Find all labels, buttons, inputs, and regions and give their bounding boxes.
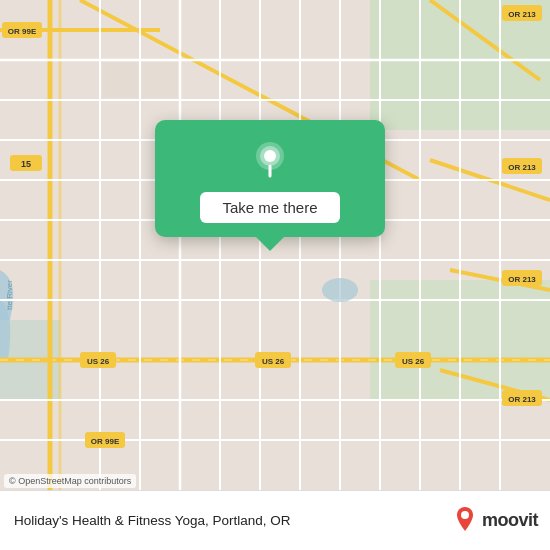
location-label: Holiday's Health & Fitness Yoga, Portlan… <box>14 513 290 528</box>
moovit-logo-text: moovit <box>482 510 538 531</box>
bottom-bar: Holiday's Health & Fitness Yoga, Portlan… <box>0 490 550 550</box>
svg-text:OR 99E: OR 99E <box>91 437 120 446</box>
svg-text:US 26: US 26 <box>402 357 425 366</box>
svg-text:OR 99E: OR 99E <box>8 27 37 36</box>
svg-rect-38 <box>142 62 178 98</box>
moovit-logo: moovit <box>454 507 538 535</box>
map-container: OR 99E OR 213 OR 213 OR 213 OR 213 15 US… <box>0 0 550 490</box>
svg-point-60 <box>322 278 358 302</box>
location-pin-icon <box>248 138 292 182</box>
svg-text:OR 213: OR 213 <box>508 163 536 172</box>
svg-text:US 26: US 26 <box>262 357 285 366</box>
svg-point-64 <box>461 511 469 519</box>
svg-text:OR 213: OR 213 <box>508 275 536 284</box>
svg-text:tte River: tte River <box>5 280 14 310</box>
popup-card: Take me there <box>155 120 385 237</box>
svg-rect-37 <box>102 62 138 98</box>
take-me-there-button[interactable]: Take me there <box>200 192 339 223</box>
svg-text:OR 213: OR 213 <box>508 10 536 19</box>
svg-point-63 <box>264 150 276 162</box>
svg-text:US 26: US 26 <box>87 357 110 366</box>
moovit-pin-icon <box>454 507 476 535</box>
svg-text:OR 213: OR 213 <box>508 395 536 404</box>
svg-text:15: 15 <box>21 159 31 169</box>
osm-attribution: © OpenStreetMap contributors <box>4 474 136 488</box>
